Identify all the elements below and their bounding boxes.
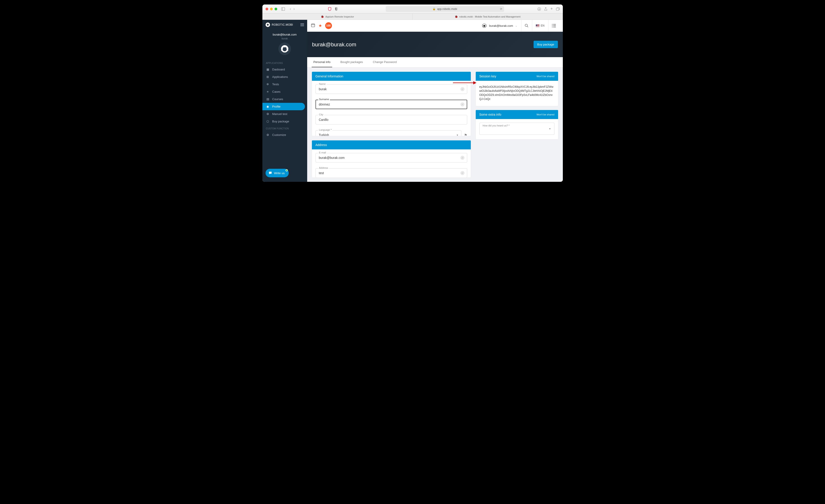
tab-bought-packages[interactable]: Bought packages — [339, 57, 365, 67]
svg-point-32 — [552, 24, 552, 25]
tabs-overview-icon[interactable] — [556, 7, 560, 11]
us-flag-icon — [536, 24, 539, 27]
nav-label: Dasboard — [272, 68, 285, 71]
calendar-icon[interactable] — [311, 23, 315, 28]
sidebar-item-buy-package[interactable]: ⬡Buy package — [262, 118, 307, 125]
page-title: burak@burak.com — [312, 41, 356, 48]
chat-label: Write us — [274, 171, 285, 175]
brand-logo-icon — [266, 22, 270, 27]
session-key-card: Session key Won't be shared eyJhbGciOiJI… — [475, 72, 558, 106]
svg-point-23 — [483, 25, 485, 27]
star-icon[interactable]: ★ — [318, 23, 322, 28]
content-body: General Information Name ✓ Surname — [307, 68, 563, 182]
surname-label: Surname — [318, 98, 330, 101]
sidebar-toggle-icon[interactable] — [281, 7, 285, 11]
new-tab-icon[interactable]: + — [550, 6, 553, 11]
address-field-wrapper: Address ✓ — [315, 168, 467, 178]
language-row: Language * ▼ ⚑ — [315, 130, 467, 136]
forward-button[interactable]: › — [293, 6, 295, 11]
card-note: Won't be shared — [536, 75, 554, 78]
session-key-body: eyJhbGciOiJIUzI1NiIsInR5cCI6IkpXVCJ9.eyJ… — [476, 81, 558, 106]
downloads-icon[interactable] — [537, 7, 541, 11]
browser-titlebar: ‹ › 🔒 app.robotic.mobi ⟳ + — [262, 4, 563, 13]
name-field-wrapper: Name ✓ — [315, 84, 467, 94]
browser-tab-2[interactable]: 🐞 robotic.mobi - Mobile Test Automation … — [412, 13, 563, 19]
sidebar-item-dashboard[interactable]: ▦Dasboard — [262, 66, 307, 73]
extra-info-card: Some extra info Won't be shared How did … — [475, 110, 558, 140]
browser-tab-1[interactable]: 🐞 Appium Remote Inspector — [262, 13, 413, 19]
check-icon: ✓ — [460, 156, 464, 160]
sidebar-avatar[interactable] — [278, 43, 291, 55]
settings-menu-button[interactable] — [548, 20, 559, 32]
general-info-card: General Information Name ✓ Surname — [312, 72, 471, 136]
language-label: EN — [541, 24, 545, 27]
tab-change-password[interactable]: Change Password — [371, 57, 398, 67]
sidebar-user-name: burak — [265, 37, 305, 40]
maximize-window-button[interactable] — [275, 8, 277, 10]
applications-icon: ⊞ — [266, 75, 270, 79]
sidebar-item-courses[interactable]: ▤Courses — [262, 95, 307, 103]
svg-rect-4 — [556, 8, 559, 10]
traffic-lights — [266, 8, 277, 10]
sidebar-item-manual-test[interactable]: ⚙Manuel test — [262, 110, 307, 118]
email-input[interactable] — [315, 153, 467, 162]
search-icon — [525, 24, 529, 28]
flag-button[interactable]: ⚑ — [464, 133, 467, 136]
language-field-wrapper: Language * ▼ — [315, 130, 461, 136]
chat-icon — [268, 171, 272, 175]
surname-field-wrapper: Surname ✓ — [315, 100, 467, 109]
svg-point-25 — [485, 25, 485, 25]
session-key-header: Session key Won't be shared — [476, 72, 558, 81]
sidebar-item-tests[interactable]: ✲Tests — [262, 81, 307, 88]
privacy-shield-icon[interactable] — [335, 7, 338, 11]
svg-point-12 — [283, 47, 284, 48]
tab-label: Appium Remote Inspector — [325, 15, 354, 18]
user-dropdown[interactable]: burak@burak.com ⌄ — [478, 20, 521, 32]
extra-info-body: How did you heard us? * ▼ — [476, 119, 558, 139]
how-heard-select[interactable]: How did you heard us? * ▼ — [479, 122, 554, 135]
city-label: City — [318, 113, 324, 116]
url-text: app.robotic.mobi — [437, 7, 457, 11]
surname-input[interactable] — [315, 100, 467, 109]
city-input[interactable] — [315, 115, 467, 124]
sidebar-item-cases[interactable]: ≡Cases — [262, 88, 307, 95]
chat-widget-button[interactable]: Write us — [266, 169, 289, 177]
name-input[interactable] — [315, 84, 467, 94]
shield-icon[interactable] — [328, 7, 331, 11]
sidebar-item-profile[interactable]: ◉Profile — [262, 103, 305, 110]
buy-package-button[interactable]: Buy package — [534, 41, 558, 48]
share-icon[interactable] — [544, 7, 547, 11]
address-card: Address E-mail ✓ Address ✓ — [312, 140, 471, 178]
close-window-button[interactable] — [266, 8, 268, 10]
search-button[interactable] — [521, 20, 532, 32]
address-input[interactable] — [315, 168, 467, 178]
tab-personal-info[interactable]: Personal info — [312, 57, 332, 67]
content-tabs: Personal info Bought packages Change Pas… — [307, 57, 563, 68]
nav-label: Customize — [272, 133, 286, 137]
svg-rect-18 — [311, 24, 315, 27]
language-select[interactable] — [315, 130, 461, 136]
sidebar-item-customize[interactable]: ⚙Customize — [262, 131, 307, 139]
topbar-left: ★ 100 — [311, 22, 332, 29]
lock-icon: 🔒 — [433, 7, 436, 10]
section-label-applications: APPLICATIONS — [262, 60, 307, 66]
sidebar-item-applications[interactable]: ⊞Applications — [262, 73, 307, 81]
card-note: Won't be shared — [536, 113, 554, 116]
tab-favicon-icon: 🐞 — [455, 15, 458, 18]
app-container: ROBOTIC.MOBI burak@burak.com burak APPLI… — [262, 20, 563, 182]
credit-badge[interactable]: 100 — [325, 22, 332, 29]
minimize-window-button[interactable] — [270, 8, 273, 10]
back-button[interactable]: ‹ — [290, 6, 291, 11]
browser-window: ‹ › 🔒 app.robotic.mobi ⟳ + — [262, 4, 563, 182]
address-bar[interactable]: 🔒 app.robotic.mobi ⟳ — [386, 6, 504, 12]
hamburger-icon[interactable] — [300, 23, 304, 26]
name-label: Name — [318, 83, 326, 85]
session-key-value: eyJhbGciOiJIUzI1NiIsInR5cCI6IkpXVCJ9.eyJ… — [479, 84, 554, 101]
chevron-down-icon: ▼ — [549, 128, 551, 130]
language-selector[interactable]: EN — [532, 20, 548, 32]
reload-icon[interactable]: ⟳ — [500, 7, 502, 11]
left-column: General Information Name ✓ Surname — [312, 72, 471, 178]
cases-icon: ≡ — [266, 90, 270, 93]
toolbar-left-buttons: ‹ › — [281, 6, 295, 11]
brand-logo[interactable]: ROBOTIC.MOBI — [266, 22, 293, 27]
